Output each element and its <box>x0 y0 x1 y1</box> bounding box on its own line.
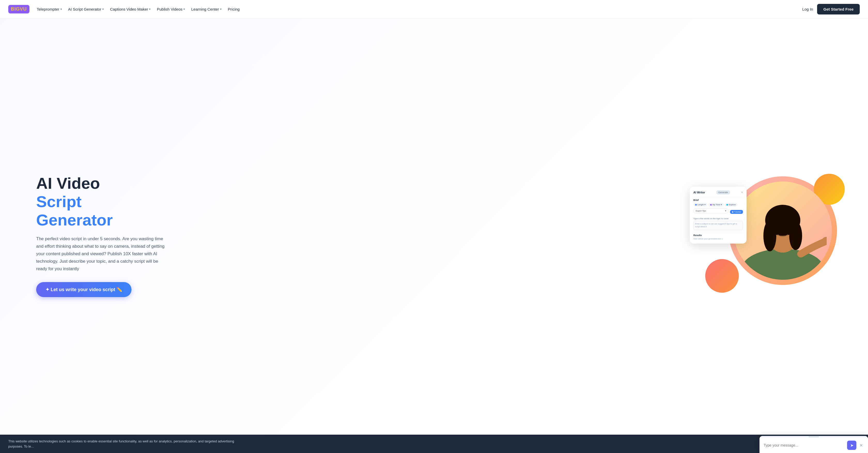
get-started-button[interactable]: Get Started Free <box>817 4 860 15</box>
person-circle <box>734 181 832 280</box>
tag-explore-label: Explore <box>729 203 736 206</box>
card-header: AI Writer Generate × <box>693 190 743 194</box>
chevron-down-icon: ▾ <box>220 7 222 11</box>
hero-visual: AI Writer Generate × Brief Length ▾ My T… <box>692 171 847 301</box>
chevron-down-icon: ▾ <box>60 7 62 11</box>
nav-items: Teleprompter▾AI Script Generator▾Caption… <box>37 7 240 11</box>
nav-left: BIGVU Teleprompter▾AI Script Generator▾C… <box>8 5 240 13</box>
person-illustration <box>739 187 827 280</box>
cookie-text: This website utilizes technologies such … <box>8 439 241 449</box>
login-button[interactable]: Log In <box>802 7 813 11</box>
tag-explore: Explore <box>724 203 738 206</box>
logo[interactable]: BIGVU <box>8 5 29 13</box>
hero-title-line1: AI Video <box>36 174 165 192</box>
chat-input[interactable] <box>764 443 845 447</box>
tag-length-label: Length ▾ <box>698 203 706 206</box>
select-value: Expert Tips <box>696 210 706 212</box>
chat-send-button[interactable]: ➤ <box>847 441 857 450</box>
chat-close-button[interactable]: ✕ <box>859 443 864 448</box>
send-icon: ➤ <box>850 443 854 448</box>
card-close-btn[interactable]: × <box>741 191 743 194</box>
hero-content: AI Video Script Generator The perfect vi… <box>36 174 165 297</box>
hero-title: AI Video Script Generator <box>36 174 165 229</box>
hero-title-line2: Script <box>36 192 165 211</box>
results-text: Here will be your generated text :) <box>693 237 743 240</box>
card-divider-2 <box>693 232 743 232</box>
chat-widget: ➤ ✕ <box>760 436 868 453</box>
chat-drag-handle <box>809 436 819 437</box>
card-brief-label: Brief <box>693 199 743 201</box>
card-tags-row: Length ▾ My Tone ▾ Explore <box>693 203 743 206</box>
ai-writer-card: AI Writer Generate × Brief Length ▾ My T… <box>690 187 747 244</box>
svg-point-4 <box>764 220 776 251</box>
cookie-banner: This website utilizes technologies such … <box>0 435 868 453</box>
logo-text: BIGVU <box>11 6 27 11</box>
svg-point-5 <box>789 222 802 250</box>
chevron-down-icon: ▾ <box>183 7 185 11</box>
tutorial-label: ▶ Tutorial <box>732 211 741 213</box>
hero-title-line3: Generator <box>36 211 165 229</box>
navigation: BIGVU Teleprompter▾AI Script Generator▾C… <box>0 0 868 19</box>
tag-dot-cyan <box>726 204 728 205</box>
results-title: Results <box>693 234 743 236</box>
textarea-label: Type a few words on the topic to cover <box>693 218 743 220</box>
nav-item-learning-center[interactable]: Learning Center▾ <box>191 7 222 11</box>
tag-tone: My Tone ▾ <box>708 203 723 206</box>
topic-textarea[interactable]: Enter a subject so we can suggest 5 tips… <box>693 221 743 230</box>
nav-item-teleprompter[interactable]: Teleprompter▾ <box>37 7 62 11</box>
card-title: AI Writer <box>693 191 705 194</box>
hero-description: The perfect video script in under 5 seco… <box>36 235 165 273</box>
chat-input-row: ➤ ✕ <box>760 437 868 453</box>
tag-dot-blue <box>695 204 697 205</box>
nav-right: Log In Get Started Free <box>802 4 860 15</box>
card-select[interactable]: Expert Tips ▾ <box>693 208 728 213</box>
hero-section: AI Video Script Generator The perfect vi… <box>0 19 868 453</box>
chevron-down-icon: ▾ <box>102 7 104 11</box>
tutorial-button[interactable]: ▶ Tutorial <box>730 210 743 214</box>
tag-dot-purple <box>710 204 712 205</box>
nav-item-pricing[interactable]: Pricing <box>228 7 240 11</box>
card-divider <box>693 197 743 197</box>
nav-item-publish-videos[interactable]: Publish Videos▾ <box>157 7 185 11</box>
circle-bottom-left <box>705 259 739 293</box>
tag-tone-label: My Tone ▾ <box>712 203 722 206</box>
nav-item-ai-script[interactable]: AI Script Generator▾ <box>68 7 104 11</box>
hero-cta-button[interactable]: ✦ Let us write your video script ✏️ <box>36 282 131 297</box>
select-chevron: ▾ <box>725 210 726 212</box>
chevron-down-icon: ▾ <box>149 7 151 11</box>
card-generate-btn[interactable]: Generate <box>716 190 730 194</box>
tag-length: Length ▾ <box>693 203 707 206</box>
nav-item-captions-video[interactable]: Captions Video Maker▾ <box>110 7 151 11</box>
